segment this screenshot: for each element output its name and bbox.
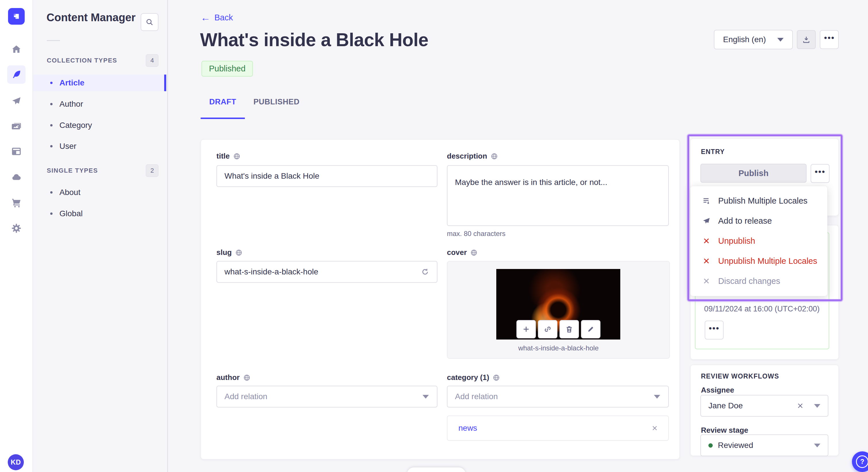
section-single-types: SINGLE TYPES xyxy=(47,167,98,174)
author-relation-select[interactable]: Add relation xyxy=(216,386,437,407)
tab-draft[interactable]: DRAFT xyxy=(200,95,245,119)
search-button[interactable] xyxy=(141,13,158,31)
user-avatar[interactable]: KD xyxy=(8,454,24,470)
category-relation-item: news xyxy=(447,415,669,441)
release-date: 09/11/2024 at 16:00 (UTC+02:00) xyxy=(704,305,820,313)
help-button[interactable]: ? xyxy=(852,451,868,472)
menu-item-label: Discard changes xyxy=(718,276,780,286)
status-badge: Published xyxy=(202,61,253,76)
bullet-icon xyxy=(50,124,53,127)
sidebar-item-author[interactable]: Author xyxy=(33,96,167,112)
cross-icon xyxy=(702,237,711,245)
chevron-down-icon xyxy=(423,395,429,399)
header-more-button[interactable]: ••• xyxy=(820,30,839,49)
bullet-icon xyxy=(50,191,53,194)
layout-icon[interactable] xyxy=(7,142,26,161)
paper-plane-icon[interactable] xyxy=(7,92,26,110)
strapi-logo[interactable] xyxy=(8,8,25,25)
title-input[interactable]: What's inside a Black Hole xyxy=(216,165,437,187)
bullet-icon xyxy=(50,212,53,215)
entry-actions-menu: Publish Multiple Locales Add to release … xyxy=(690,186,828,296)
sidebar-item-label: About xyxy=(59,188,81,197)
chevron-down-icon xyxy=(814,404,820,408)
search-icon xyxy=(145,18,154,26)
avatar-initials: KD xyxy=(11,458,21,466)
entry-more-button[interactable]: ••• xyxy=(811,164,830,183)
back-link[interactable]: ← Back xyxy=(200,12,233,22)
publish-button[interactable]: Publish xyxy=(701,164,807,183)
release-more-button[interactable]: ••• xyxy=(705,321,724,339)
globe-icon xyxy=(243,374,251,381)
home-icon[interactable] xyxy=(7,40,26,59)
regenerate-icon[interactable] xyxy=(421,268,429,276)
edit-asset-button[interactable] xyxy=(581,320,600,338)
field-label-text: category (1) xyxy=(447,373,489,382)
relation-link-news[interactable]: news xyxy=(458,424,477,433)
sidebar-item-label: Global xyxy=(59,209,83,218)
field-label-text: slug xyxy=(216,248,231,257)
menu-item-unpublish[interactable]: Unpublish xyxy=(691,231,827,251)
collection-types-count: 4 xyxy=(146,54,158,67)
delete-asset-button[interactable] xyxy=(559,320,579,338)
page-title: What's inside a Black Hole xyxy=(200,29,428,50)
sidebar-item-label: Article xyxy=(59,78,84,88)
sidebar-divider xyxy=(47,40,60,41)
sidebar-item-global[interactable]: Global xyxy=(33,205,167,222)
sidebar-item-article[interactable]: Article xyxy=(33,74,167,91)
remove-relation-icon[interactable] xyxy=(651,425,658,432)
field-label-text: title xyxy=(216,152,229,161)
globe-icon xyxy=(233,153,241,160)
copy-link-button[interactable] xyxy=(538,320,557,338)
download-button[interactable] xyxy=(797,30,816,49)
menu-item-add-to-release[interactable]: Add to release xyxy=(691,211,827,231)
field-label-text: author xyxy=(216,373,240,382)
back-label: Back xyxy=(214,13,233,22)
gear-icon[interactable] xyxy=(7,219,26,237)
assignee-select[interactable]: Jane Doe xyxy=(701,395,828,417)
review-stage-select[interactable]: Reviewed xyxy=(701,434,828,456)
menu-item-publish-multiple-locales[interactable]: Publish Multiple Locales xyxy=(691,191,827,211)
menu-item-label: Unpublish xyxy=(718,236,755,246)
category-relation-select[interactable]: Add relation xyxy=(447,386,669,407)
paper-plane-icon xyxy=(702,216,711,225)
slug-input-value: what-s-inside-a-black-hole xyxy=(224,267,318,276)
sidebar-item-label: User xyxy=(59,142,76,151)
description-textarea[interactable]: Maybe the answer is in this article, or … xyxy=(447,165,669,226)
locale-select[interactable]: English (en) xyxy=(714,30,793,49)
globe-icon xyxy=(491,153,498,160)
cloud-icon[interactable] xyxy=(7,168,26,187)
sidebar-item-about[interactable]: About xyxy=(33,184,167,201)
sidebar-title: Content Manager xyxy=(46,11,135,24)
menu-item-label: Add to release xyxy=(718,216,772,226)
feather-content-icon[interactable] xyxy=(7,65,26,84)
app-window: KD Content Manager COLLECTION TYPES 4 Ar… xyxy=(0,0,868,472)
globe-icon xyxy=(235,249,243,256)
stage-status-dot xyxy=(708,443,713,448)
header-actions: English (en) ••• xyxy=(714,30,839,49)
strapi-logo-icon xyxy=(11,11,21,21)
menu-item-label: Unpublish Multiple Locales xyxy=(718,256,817,266)
tab-label: PUBLISHED xyxy=(253,98,300,106)
slug-input[interactable]: what-s-inside-a-black-hole xyxy=(216,261,437,283)
section-collection-types: COLLECTION TYPES xyxy=(47,57,117,64)
menu-item-unpublish-multiple-locales[interactable]: Unpublish Multiple Locales xyxy=(691,251,827,271)
title-input-value: What's inside a Black Hole xyxy=(224,171,319,181)
slug-field-label: slug xyxy=(216,248,243,257)
tab-published[interactable]: PUBLISHED xyxy=(245,95,308,119)
tab-label: DRAFT xyxy=(209,98,236,106)
floating-toolbar-partial xyxy=(407,467,466,472)
clear-assignee-icon[interactable] xyxy=(796,402,804,410)
select-placeholder: Add relation xyxy=(224,392,267,401)
media-images-icon[interactable] xyxy=(7,117,26,135)
cart-icon[interactable] xyxy=(7,193,26,212)
sidebar-item-user[interactable]: User xyxy=(33,138,167,155)
assignee-label: Assignee xyxy=(701,386,734,395)
sidebar-item-category[interactable]: Category xyxy=(33,117,167,134)
cross-icon xyxy=(702,277,711,285)
add-asset-button[interactable] xyxy=(516,320,536,338)
menu-item-label: Publish Multiple Locales xyxy=(718,196,807,206)
question-mark-icon: ? xyxy=(856,456,868,468)
review-workflows-heading: REVIEW WORKFLOWS xyxy=(701,372,779,380)
category-field-label: category (1) xyxy=(447,373,500,382)
menu-item-discard-changes[interactable]: Discard changes xyxy=(691,271,827,291)
